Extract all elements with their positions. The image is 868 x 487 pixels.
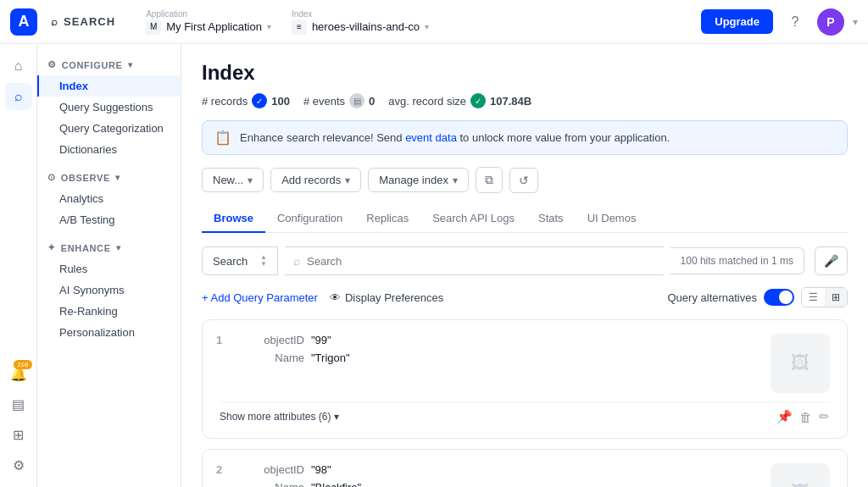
sidebar-icon-search[interactable]: ⌕ [5, 83, 32, 110]
result-card: 1 objectID "99" Name "Trigon" 🖼 [202, 319, 848, 439]
chevron-down-icon: ▾ [853, 16, 858, 28]
tab-replicas[interactable]: Replicas [354, 205, 420, 233]
search-icon: ⌕ [293, 254, 300, 268]
enhance-header[interactable]: ✦ ENHANCE ▾ [37, 237, 181, 258]
delete-icon[interactable]: 🗑 [799, 410, 812, 424]
configure-header[interactable]: ⚙ CONFIGURE ▾ [37, 54, 181, 75]
search-type-arrows[interactable]: ▲ ▼ [260, 254, 267, 268]
chevron-down-icon: ▾ [425, 22, 429, 31]
grid-toggle: ☰ ⊞ [801, 287, 848, 307]
sidebar-item-ab-testing[interactable]: A/B Testing [37, 209, 181, 230]
chevron-icon: ▾ [116, 243, 121, 252]
enhance-icon: ✦ [47, 242, 56, 253]
tabs: Browse Configuration Replicas Search API… [202, 205, 848, 233]
sidebar-item-query-suggestions[interactable]: Query Suggestions [37, 97, 181, 118]
app-logo: A [10, 8, 37, 36]
enhance-section: ✦ ENHANCE ▾ Rules AI Synonyms Re-Ranking… [37, 237, 181, 343]
sidebar-icons: ⌂ ⌕ 🔔 216 ▤ ⊞ ⚙ [0, 44, 37, 487]
sidebar-item-query-categorization[interactable]: Query Categorization [37, 118, 181, 139]
avatar[interactable]: P [817, 8, 844, 36]
stats-row: # records ✓ 100 # events ▤ 0 avg. record… [202, 93, 848, 108]
search-input[interactable] [307, 255, 655, 268]
arrow-down-icon[interactable]: ▼ [260, 261, 267, 268]
info-banner: 📋 Enhance search relevance! Send event d… [202, 120, 848, 155]
result-actions: 📌 🗑 ✏ [776, 409, 830, 424]
copy-button[interactable]: ⧉ [476, 167, 503, 193]
sidebar-item-dictionaries[interactable]: Dictionaries [37, 139, 181, 160]
field-value-name: "Blackfire" [311, 481, 361, 487]
stat-events: # events ▤ 0 [303, 93, 375, 108]
observe-header[interactable]: ⊙ OBSERVE ▾ [37, 167, 181, 188]
search-input-wrap: ⌕ [285, 246, 664, 275]
query-params-row: + Add Query Parameter 👁 Display Preferen… [202, 287, 848, 307]
tab-browse[interactable]: Browse [202, 205, 265, 233]
sidebar-icon-settings[interactable]: ⚙ [5, 451, 32, 479]
upgrade-button[interactable]: Upgrade [701, 9, 773, 34]
search-hits: 100 hits matched in 1 ms [670, 247, 804, 274]
index-selector[interactable]: Index ≡ heroes-villains-and-co ▾ [292, 9, 429, 35]
tab-search-api-logs[interactable]: Search API Logs [420, 205, 526, 233]
search-type-selector[interactable]: Search ▲ ▼ [202, 246, 278, 275]
chevron-down-icon: ▾ [453, 174, 458, 186]
sidebar-item-personalization[interactable]: Personalization [37, 322, 181, 343]
sidebar-icon-database[interactable]: ⊞ [5, 421, 32, 448]
stat-records: # records ✓ 100 [202, 93, 290, 108]
image-placeholder-icon: 🖼 [791, 352, 810, 374]
result-image: 🖼 [771, 334, 830, 393]
eye-icon: 👁 [330, 291, 341, 304]
index-icon: ≡ [292, 19, 307, 35]
sidebar-icon-home[interactable]: ⌂ [5, 53, 32, 80]
tab-ui-demos[interactable]: UI Demos [576, 205, 648, 233]
topbar-search-label: ⌕ SEARCH [51, 15, 115, 28]
stat-avg-size: avg. record size ✓ 107.84B [388, 93, 531, 108]
chevron-down-icon: ▾ [345, 174, 350, 186]
display-preferences-button[interactable]: 👁 Display Preferences [330, 291, 443, 304]
sidebar-icon-notifications[interactable]: 🔔 216 [5, 360, 32, 387]
result-card: 2 objectID "98" Name "Blackfire" 🖼 [202, 449, 848, 487]
sidebar-icon-analytics[interactable]: ▤ [5, 390, 32, 418]
sidebar-item-ai-synonyms[interactable]: AI Synonyms [37, 279, 181, 301]
grid-view-button[interactable]: ⊞ [825, 288, 847, 307]
field-label-objectid: objectID [236, 334, 304, 346]
topbar: A ⌕ SEARCH Application M My First Applic… [0, 0, 868, 44]
refresh-button[interactable]: ↺ [509, 168, 538, 193]
search-icon: ⌕ [51, 15, 58, 28]
list-view-button[interactable]: ☰ [802, 288, 825, 307]
tab-stats[interactable]: Stats [526, 205, 576, 233]
sidebar-item-analytics[interactable]: Analytics [37, 188, 181, 209]
help-button[interactable]: ? [782, 8, 809, 36]
result-image: 🖼 [771, 463, 830, 487]
chevron-icon: ▾ [115, 173, 120, 182]
topbar-right: Upgrade ? P ▾ [701, 8, 858, 36]
new-button[interactable]: New... ▾ [202, 168, 264, 192]
configure-section: ⚙ CONFIGURE ▾ Index Query Suggestions Qu… [37, 54, 181, 160]
result-number: 2 [216, 463, 222, 476]
main-content: Index # records ✓ 100 # events ▤ 0 avg. … [181, 44, 868, 487]
field-label-objectid: objectID [236, 463, 304, 476]
edit-icon[interactable]: ✏ [819, 409, 830, 424]
pin-icon[interactable]: 📌 [776, 409, 793, 424]
avgsize-badge: ✓ [470, 93, 486, 108]
sidebar-item-re-ranking[interactable]: Re-Ranking [37, 301, 181, 322]
app-icon: M [146, 19, 161, 35]
manage-index-button[interactable]: Manage index ▾ [368, 168, 469, 192]
field-value-objectid: "99" [311, 334, 331, 346]
add-query-param-button[interactable]: + Add Query Parameter [202, 291, 318, 304]
tab-configuration[interactable]: Configuration [265, 205, 354, 233]
add-records-button[interactable]: Add records ▾ [270, 168, 361, 192]
field-value-name: "Trigon" [311, 351, 350, 364]
events-badge: ▤ [349, 93, 364, 108]
application-selector[interactable]: Application M My First Application ▾ [146, 9, 271, 35]
main-layout: ⌂ ⌕ 🔔 216 ▤ ⊞ ⚙ ⚙ CONFIGURE ▾ Index Quer… [0, 44, 868, 487]
mic-button[interactable]: 🎤 [815, 246, 848, 275]
query-alternatives-switch[interactable] [764, 289, 794, 306]
sidebar-item-index[interactable]: Index [37, 75, 181, 97]
records-badge: ✓ [252, 93, 267, 108]
chevron-icon: ▾ [128, 60, 133, 69]
sidebar-item-rules[interactable]: Rules [37, 258, 181, 279]
event-data-link[interactable]: event data [405, 131, 457, 144]
observe-section: ⊙ OBSERVE ▾ Analytics A/B Testing [37, 167, 181, 230]
show-more-attributes-button[interactable]: Show more attributes (6) ▾ [220, 411, 339, 423]
query-alternatives-toggle: Query alternatives ☰ ⊞ [668, 287, 849, 307]
toolbar: New... ▾ Add records ▾ Manage index ▾ ⧉ … [202, 167, 848, 193]
